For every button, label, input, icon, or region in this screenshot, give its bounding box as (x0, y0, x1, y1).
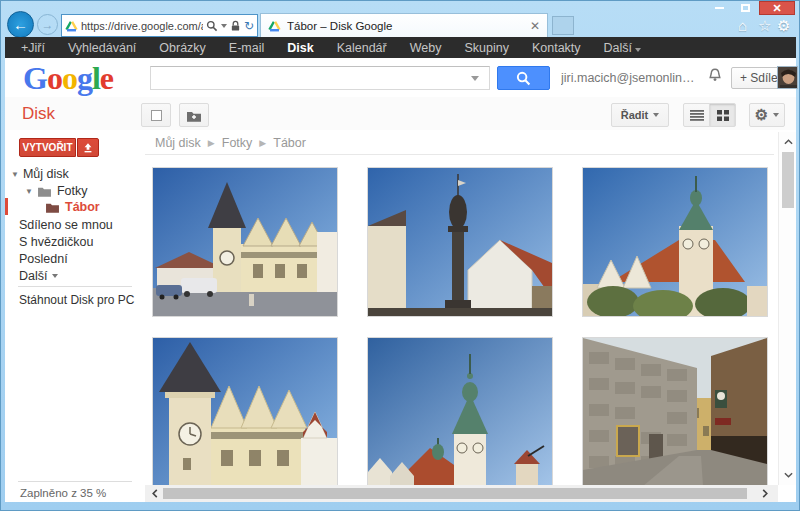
nav-item-search[interactable]: Vyhledávání (68, 41, 136, 55)
sidebar-item-more[interactable]: Další (19, 269, 58, 283)
scroll-left-chevron-icon[interactable] (147, 485, 163, 502)
search-icon[interactable] (206, 20, 218, 32)
photo-thumbnail-6[interactable] (582, 337, 768, 487)
gear-icon: ⚙ (755, 106, 768, 124)
url-text: https://drive.google.com/a/js (81, 20, 203, 32)
vertical-scrollbar-thumb[interactable] (782, 152, 794, 208)
photo-thumbnail-3[interactable] (582, 167, 768, 317)
drive-main-area: VYTVOŘIT ▼ Můj disk ▼ Fotky Tábor Sdílen… (5, 130, 796, 502)
chevron-down-icon (773, 113, 779, 117)
settings-gear-button[interactable]: ⚙ (749, 103, 785, 127)
nav-item-mail[interactable]: E-mail (229, 41, 264, 55)
nav-item-sites[interactable]: Weby (410, 41, 442, 55)
expand-triangle-icon[interactable]: ▼ (25, 187, 33, 196)
sidebar-item-my-drive[interactable]: ▼ Můj disk (11, 167, 69, 181)
search-button[interactable] (497, 66, 550, 90)
nav-item-drive[interactable]: Disk (287, 41, 313, 55)
breadcrumb-item-tabor[interactable]: Tábor (273, 136, 306, 150)
chevron-down-icon (653, 113, 659, 117)
address-bar[interactable]: https://drive.google.com/a/js ↻ (61, 14, 258, 37)
tab-close-icon[interactable]: ✕ (530, 19, 540, 33)
scroll-right-chevron-icon[interactable] (757, 485, 773, 502)
create-button-label: VYTVOŘIT (22, 142, 72, 153)
nav-item-more-label: Další (604, 41, 632, 55)
browser-back-button[interactable]: ← (7, 11, 34, 38)
file-grid-area: Můj disk ▶ Fotky ▶ Tábor (145, 130, 796, 502)
browser-settings-gear-icon[interactable]: ⚙ (777, 17, 790, 35)
download-drive-link[interactable]: Stáhnout Disk pro PC (19, 293, 134, 307)
breadcrumb-item-fotky[interactable]: Fotky (222, 136, 253, 150)
google-logo: Google (23, 60, 113, 97)
new-folder-button[interactable] (179, 103, 209, 127)
selected-indicator (5, 198, 8, 215)
new-folder-icon (186, 109, 202, 122)
sidebar: VYTVOŘIT ▼ Můj disk ▼ Fotky Tábor Sdílen… (5, 130, 145, 502)
sidebar-item-starred[interactable]: S hvězdičkou (19, 235, 93, 249)
nav-item-more[interactable]: Další (604, 41, 641, 55)
chevron-down-icon (52, 274, 58, 278)
maximize-button[interactable] (733, 1, 757, 15)
create-button[interactable]: VYTVOŘIT (19, 138, 76, 157)
photo-thumbnail-1[interactable] (152, 167, 338, 317)
photo-thumbnail-2[interactable] (367, 167, 553, 317)
nav-item-profile[interactable]: +Jiří (21, 41, 45, 55)
scroll-down-chevron-icon[interactable] (779, 467, 796, 483)
browser-forward-button[interactable]: → (37, 14, 58, 35)
vertical-scrollbar[interactable] (778, 132, 796, 485)
scroll-up-chevron-icon[interactable] (779, 134, 796, 150)
horizontal-scrollbar[interactable] (145, 485, 778, 502)
tab-favicon (268, 20, 281, 32)
nav-item-images[interactable]: Obrázky (159, 41, 206, 55)
avatar[interactable] (777, 66, 798, 89)
breadcrumb-item-my-drive[interactable]: Můj disk (155, 136, 201, 150)
select-all-button[interactable] (141, 103, 171, 127)
logo-letter: g (77, 60, 92, 96)
sidebar-item-label: Fotky (57, 184, 88, 198)
grid-view-button[interactable] (709, 103, 736, 127)
address-dropdown-icon[interactable] (221, 24, 227, 28)
grid-view-icon (717, 110, 729, 121)
sidebar-item-tabor[interactable]: Tábor (45, 200, 100, 214)
drive-favicon (65, 20, 78, 32)
folder-icon (45, 201, 60, 213)
nav-item-calendar[interactable]: Kalendář (337, 41, 387, 55)
browser-tab[interactable]: Tábor – Disk Google ✕ (260, 13, 548, 38)
horizontal-scrollbar-thumb[interactable] (163, 488, 747, 499)
content-divider (145, 154, 774, 155)
home-icon[interactable]: ⌂ (738, 17, 747, 34)
google-header: Google jiri.macich@jsemonlin… + Sdílet (5, 58, 796, 97)
nav-item-groups[interactable]: Skupiny (464, 41, 508, 55)
sort-button-label: Řadit (621, 109, 649, 121)
photo-thumbnail-4[interactable] (152, 337, 338, 487)
refresh-icon[interactable]: ↻ (244, 19, 254, 33)
sidebar-item-recent[interactable]: Poslední (19, 252, 68, 266)
list-view-button[interactable] (683, 103, 710, 127)
nav-item-contacts[interactable]: Kontakty (532, 41, 581, 55)
search-options-chevron-icon[interactable] (471, 76, 479, 81)
sidebar-item-shared[interactable]: Sdíleno se mnou (19, 218, 113, 232)
expand-triangle-icon[interactable]: ▼ (11, 170, 19, 179)
browser-window: ✕ ← → https://drive.google.com/a/js ↻ (0, 0, 800, 511)
list-view-icon (690, 110, 704, 121)
sort-button[interactable]: Řadit (611, 103, 669, 127)
sidebar-divider (18, 286, 132, 287)
google-nav-bar: +Jiří Vyhledávání Obrázky E-mail Disk Ka… (5, 37, 796, 58)
drive-search-input[interactable] (150, 66, 490, 90)
close-window-button[interactable]: ✕ (759, 1, 795, 15)
logo-letter: l (92, 60, 100, 96)
breadcrumb-chevron-icon: ▶ (259, 138, 266, 148)
upload-icon (82, 142, 94, 154)
photo-thumbnail-5[interactable] (367, 337, 553, 487)
notifications-bell-icon[interactable] (707, 67, 723, 88)
favorites-star-icon[interactable]: ☆ (758, 17, 771, 35)
chevron-down-icon (635, 48, 641, 52)
sidebar-item-label: Sdíleno se mnou (19, 218, 113, 232)
tab-title: Tábor – Disk Google (287, 20, 524, 32)
upload-button[interactable] (77, 138, 99, 157)
storage-status: Zaplněno z 35 % (20, 487, 106, 499)
minimize-button[interactable] (707, 1, 731, 15)
sidebar-item-fotky[interactable]: ▼ Fotky (25, 184, 87, 198)
new-tab-button[interactable] (552, 16, 574, 35)
account-email[interactable]: jiri.macich@jsemonlin… (561, 71, 703, 85)
lock-icon (230, 20, 241, 32)
